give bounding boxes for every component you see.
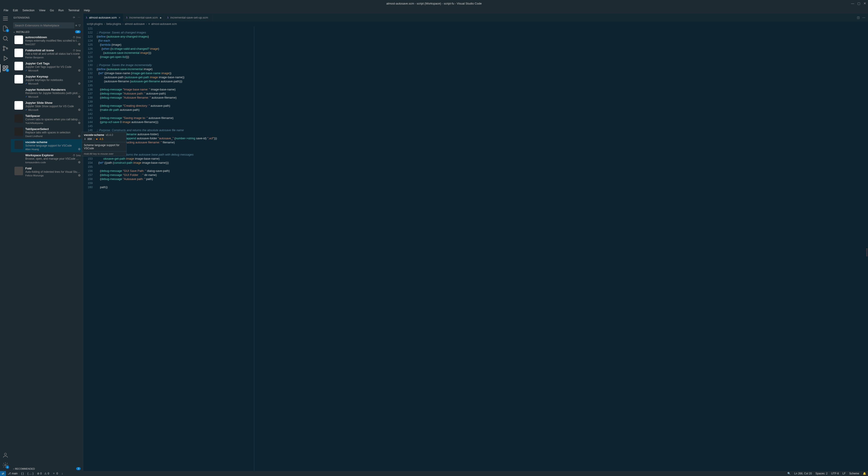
cursor-position[interactable]: Ln 268, Col 20: [793, 472, 814, 475]
extension-name: TabSpacerSelect: [25, 127, 49, 131]
verified-icon: ✓: [25, 82, 27, 85]
menu-help[interactable]: Help: [82, 8, 92, 13]
search-icon[interactable]: [2, 35, 8, 41]
dirty-icon[interactable]: ●: [159, 16, 161, 20]
sidebar-header: EXTENSIONS ⟳ ⋯: [11, 13, 83, 22]
extensions-sidebar: EXTENSIONS ⟳ ⋯ ≡ ▽ ⌄INSTALLED 14 autoscr…: [11, 13, 83, 471]
ports-item[interactable]: ᯤ0: [51, 472, 60, 475]
indentation[interactable]: Spaces: 2: [814, 472, 829, 475]
gear-icon[interactable]: ⚙: [78, 82, 81, 85]
scm-icon[interactable]: [2, 45, 8, 52]
debug-icon[interactable]: [2, 55, 8, 61]
gear-icon[interactable]: ⚙: [78, 147, 81, 151]
extension-icon: [14, 35, 23, 44]
installed-label: INSTALLED: [16, 31, 29, 33]
extension-item[interactable]: Jupyter Notebook RenderersRenderers for …: [11, 87, 83, 100]
menu-selection[interactable]: Selection: [21, 8, 36, 13]
menu-terminal[interactable]: Terminal: [66, 8, 81, 13]
extension-name: Jupyter Keymap: [25, 75, 48, 78]
gear-icon[interactable]: ⚙: [78, 56, 81, 59]
svg-rect-5: [6, 66, 8, 68]
brackets-item-2[interactable]: { … }: [26, 472, 35, 475]
extension-name: Jupyter Notebook Renderers: [25, 88, 65, 91]
more-actions-icon[interactable]: ⋯: [862, 16, 865, 19]
filter-icon[interactable]: ≡: [75, 24, 77, 27]
gear-icon[interactable]: ⚙: [78, 69, 81, 72]
extension-item[interactable]: TabSpacerSelectReplace tabs with spaces …: [11, 126, 83, 139]
extension-item[interactable]: Fold/unfold all icone⏱ 0msAdd a fold all…: [11, 47, 83, 60]
breadcrumb-segment[interactable]: almost-autosave: [125, 22, 145, 26]
breadcrumb-segment[interactable]: script-plugins: [87, 22, 103, 26]
notifications-icon[interactable]: 🔔: [861, 472, 868, 475]
breadcrumb-segment[interactable]: almost-autosave.scm: [151, 22, 177, 26]
remote-indicator[interactable]: ⇄: [0, 471, 6, 476]
minimize-icon[interactable]: —: [851, 2, 854, 5]
extension-time: ⏱ 2ms: [73, 36, 81, 39]
branch-item[interactable]: ⎇main: [6, 472, 20, 475]
recommended-section[interactable]: ›RECOMMENDED 3: [11, 466, 83, 471]
extension-item[interactable]: TabSpacerConvert tabs to spaces when you…: [11, 113, 83, 126]
gear-icon[interactable]: ⚙: [78, 42, 81, 46]
extension-item[interactable]: autoscrolldown⏱ 2msKeeps externally modi…: [11, 34, 83, 47]
encoding[interactable]: UTF-8: [829, 472, 841, 475]
breadcrumb-segment[interactable]: beta-plugins: [106, 22, 121, 26]
language-mode[interactable]: Scheme: [847, 472, 861, 475]
extension-item[interactable]: Workspace Explorer⏱ 1msBrowse, open, and…: [11, 152, 83, 165]
menu-go[interactable]: Go: [48, 8, 56, 13]
editor-tab[interactable]: λincremental-save.scm●: [123, 13, 164, 22]
breadcrumb[interactable]: script-plugins›beta-plugins›almost-autos…: [83, 22, 868, 26]
extension-desc: Jupyter Cell Tags support for VS Code: [25, 65, 81, 68]
extension-desc: Jupyter keymaps for notebooks: [25, 79, 81, 82]
extensions-icon[interactable]: 3: [2, 65, 8, 71]
minimap[interactable]: [865, 26, 868, 471]
extension-item[interactable]: Jupyter Cell TagsJupyter Cell Tags suppo…: [11, 60, 83, 73]
maximize-icon[interactable]: ▢: [857, 2, 860, 5]
close-icon[interactable]: ×: [119, 16, 120, 20]
verified-icon: ✓: [25, 69, 27, 72]
download-status-icon[interactable]: ↓: [60, 472, 65, 475]
gear-icon[interactable]: ⚙: [78, 160, 81, 164]
eol[interactable]: LF: [841, 472, 847, 475]
menu-file[interactable]: File: [2, 8, 10, 13]
editor-tab[interactable]: λincremental-save-set-up.scm: [164, 13, 213, 22]
extension-icon: [14, 141, 23, 149]
close-icon[interactable]: ✕: [864, 2, 866, 5]
menu-run[interactable]: Run: [57, 8, 65, 13]
gear-icon[interactable]: ⚙: [78, 108, 81, 112]
extension-item[interactable]: Jupyter KeymapJupyter keymaps for notebo…: [11, 73, 83, 87]
file-icon: λ: [126, 16, 127, 19]
extension-desc: Browse, open, and manage your VSCode wor…: [25, 157, 81, 160]
extension-item[interactable]: FoldAuto-folding of indented lines for V…: [11, 165, 83, 178]
extension-item[interactable]: Jupyter Slide ShowJupyter Slide Show sup…: [11, 100, 83, 113]
brackets-item[interactable]: { }: [20, 472, 26, 475]
extension-name: Jupyter Slide Show: [25, 101, 53, 105]
chevron-down-icon: ⌄: [13, 30, 15, 33]
refresh-icon[interactable]: ⟳: [73, 16, 75, 19]
gear-icon[interactable]: ⚙: [78, 134, 81, 138]
installed-section[interactable]: ⌄INSTALLED 14: [11, 29, 83, 34]
gear-icon[interactable]: ⚙: [78, 121, 81, 125]
menu-view[interactable]: View: [37, 8, 47, 13]
account-icon[interactable]: [2, 452, 8, 458]
extension-publisher: Microsoft: [28, 82, 38, 85]
search-input[interactable]: [13, 22, 74, 29]
extension-name: vscode-scheme: [25, 141, 48, 144]
code-editor[interactable]: 1211221231241251261271281291301311321331…: [83, 26, 868, 471]
code-content[interactable]: ;; Purpose: Saves all changed images(def…: [97, 26, 865, 471]
problems-item[interactable]: ⊘0 ⚠0: [35, 472, 51, 475]
settings-icon[interactable]: 1: [2, 462, 8, 468]
more-icon[interactable]: ⋯: [78, 16, 80, 19]
explorer-icon[interactable]: 1: [2, 25, 8, 32]
gear-icon[interactable]: ⚙: [78, 95, 81, 98]
gear-icon[interactable]: ⚙: [78, 174, 81, 177]
extension-item[interactable]: vscode-schemeScheme language support for…: [11, 139, 83, 152]
editor-tab[interactable]: λalmost-autosave.scm×: [83, 13, 123, 22]
zoom-icon[interactable]: 🔍: [785, 472, 793, 475]
menu-icon[interactable]: [2, 16, 8, 22]
extension-name: TabSpacer: [25, 114, 40, 118]
extension-name: Jupyter Cell Tags: [25, 62, 50, 65]
split-editor-icon[interactable]: ◫: [857, 16, 860, 19]
hover-rating: 4.5: [99, 138, 103, 141]
funnel-icon[interactable]: ▽: [79, 24, 81, 27]
menu-edit[interactable]: Edit: [11, 8, 20, 13]
